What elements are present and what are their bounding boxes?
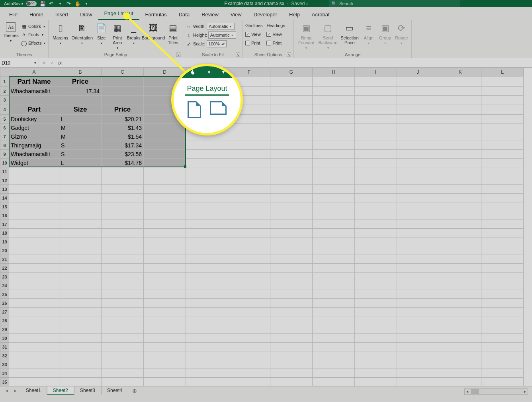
cell-L13[interactable]	[481, 185, 524, 194]
cell-K27[interactable]	[439, 308, 481, 316]
cell-D29[interactable]	[144, 325, 186, 334]
cell-F10[interactable]	[228, 159, 270, 167]
cell-I24[interactable]	[355, 281, 397, 290]
name-box[interactable]: D10▼	[0, 58, 39, 67]
cell-L35[interactable]	[481, 378, 524, 386]
cell-L11[interactable]	[481, 167, 524, 176]
cell-I3[interactable]	[355, 96, 397, 104]
cell-E10[interactable]	[186, 159, 228, 167]
cell-G6[interactable]	[270, 124, 313, 132]
cell-H15[interactable]	[313, 202, 355, 211]
cell-G3[interactable]	[270, 96, 313, 104]
sheet-tab-sheet3[interactable]: Sheet3	[74, 386, 101, 395]
touch-mode-icon[interactable]: ✋	[75, 1, 80, 6]
row-header-30[interactable]: 30	[0, 334, 9, 343]
cell-K8[interactable]	[439, 141, 481, 150]
cell-A34[interactable]	[9, 369, 59, 378]
cell-K13[interactable]	[439, 185, 481, 194]
cell-I14[interactable]	[355, 194, 397, 202]
cell-I34[interactable]	[355, 369, 397, 378]
cell-L2[interactable]	[481, 87, 524, 96]
row-header-11[interactable]: 11	[0, 167, 9, 176]
cell-K4[interactable]	[439, 104, 481, 115]
cell-G24[interactable]	[270, 281, 313, 290]
cell-G2[interactable]	[270, 87, 313, 96]
cell-G22[interactable]	[270, 264, 313, 273]
cell-G27[interactable]	[270, 308, 313, 316]
qat-dropdown-icon[interactable]: ▾	[57, 1, 63, 6]
formula-input[interactable]	[65, 58, 532, 67]
row-header-9[interactable]: 9	[0, 150, 9, 159]
cell-I33[interactable]	[355, 360, 397, 369]
cell-K22[interactable]	[439, 264, 481, 273]
cell-K31[interactable]	[439, 343, 481, 351]
cell-C22[interactable]	[102, 264, 144, 273]
cell-C30[interactable]	[102, 334, 144, 343]
cell-D14[interactable]	[144, 194, 186, 202]
cell-L15[interactable]	[481, 202, 524, 211]
cell-B24[interactable]	[59, 281, 102, 290]
cell-G12[interactable]	[270, 176, 313, 185]
sheet-nav-prev[interactable]: ◄	[2, 388, 11, 393]
save-icon[interactable]: 💾	[40, 1, 45, 6]
col-header-K[interactable]: K	[439, 68, 481, 76]
cell-B9[interactable]: S	[59, 150, 102, 159]
colors-button[interactable]: ▦Colors▾	[21, 22, 45, 30]
cell-L22[interactable]	[481, 264, 524, 273]
cell-F19[interactable]	[228, 237, 270, 246]
row-header-28[interactable]: 28	[0, 316, 9, 325]
cell-J5[interactable]	[397, 115, 439, 124]
headings-print-check[interactable]: Print	[266, 39, 285, 47]
cell-B35[interactable]	[59, 378, 102, 386]
cell-A16[interactable]	[9, 211, 59, 220]
cell-A31[interactable]	[9, 343, 59, 351]
cell-G35[interactable]	[270, 378, 313, 386]
col-header-C[interactable]: C	[102, 68, 144, 76]
cell-I11[interactable]	[355, 167, 397, 176]
cell-K33[interactable]	[439, 360, 481, 369]
col-header-H[interactable]: H	[313, 68, 355, 76]
cell-H33[interactable]	[313, 360, 355, 369]
cell-F18[interactable]	[228, 229, 270, 237]
cell-C1[interactable]	[102, 76, 144, 87]
cell-L33[interactable]	[481, 360, 524, 369]
cell-C17[interactable]	[102, 220, 144, 229]
cell-I12[interactable]	[355, 176, 397, 185]
scale-row[interactable]: ⤢Scale:100%▴▾	[186, 40, 227, 48]
cell-B4[interactable]: Size	[59, 104, 102, 115]
cell-F30[interactable]	[228, 334, 270, 343]
cell-I9[interactable]	[355, 150, 397, 159]
tab-formulas[interactable]: Formulas	[139, 9, 173, 20]
cell-L29[interactable]	[481, 325, 524, 334]
cell-J23[interactable]	[397, 273, 439, 281]
cell-J8[interactable]	[397, 141, 439, 150]
cell-G8[interactable]	[270, 141, 313, 150]
cell-A27[interactable]	[9, 308, 59, 316]
scale-combo[interactable]: 100%▴▾	[207, 40, 227, 47]
cell-C24[interactable]	[102, 281, 144, 290]
cell-C4[interactable]: Price	[102, 104, 144, 115]
row-header-5[interactable]: 5	[0, 115, 9, 124]
cell-J7[interactable]	[397, 132, 439, 141]
row-header-13[interactable]: 13	[0, 185, 9, 194]
cell-B30[interactable]	[59, 334, 102, 343]
cell-A29[interactable]	[9, 325, 59, 334]
cell-C18[interactable]	[102, 229, 144, 237]
cell-A21[interactable]	[9, 255, 59, 264]
cell-L6[interactable]	[481, 124, 524, 132]
cell-H25[interactable]	[313, 290, 355, 299]
cell-B17[interactable]	[59, 220, 102, 229]
cell-G17[interactable]	[270, 220, 313, 229]
cell-C31[interactable]	[102, 343, 144, 351]
cell-C5[interactable]: $20.21	[102, 115, 144, 124]
cell-I18[interactable]	[355, 229, 397, 237]
cell-D12[interactable]	[144, 176, 186, 185]
cell-I29[interactable]	[355, 325, 397, 334]
cell-E14[interactable]	[186, 194, 228, 202]
cell-H12[interactable]	[313, 176, 355, 185]
cell-D23[interactable]	[144, 273, 186, 281]
cell-C20[interactable]	[102, 246, 144, 255]
cell-I7[interactable]	[355, 132, 397, 141]
cell-G23[interactable]	[270, 273, 313, 281]
cell-C25[interactable]	[102, 290, 144, 299]
